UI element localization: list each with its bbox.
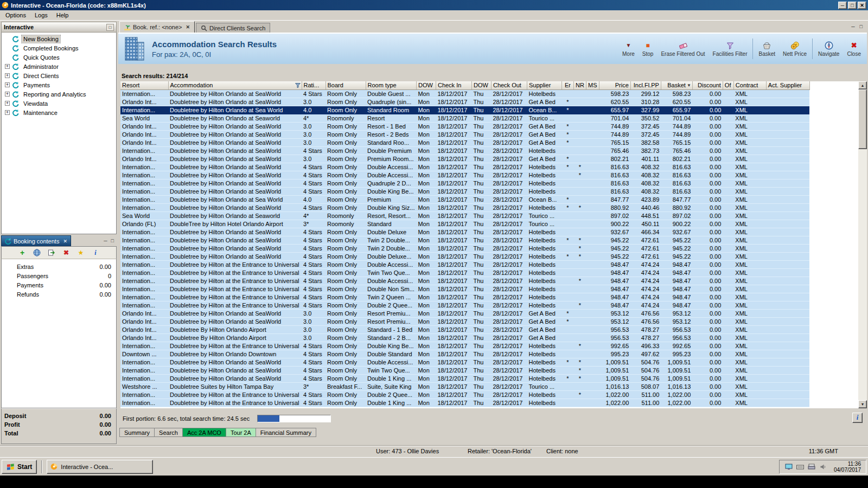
column-header-resort[interactable]: Resort [120, 81, 168, 89]
view-tab-acc-2a-mco[interactable]: Acc 2A MCO [182, 428, 226, 437]
column-header-rati[interactable]: Rati... [302, 81, 326, 89]
column-header-ms[interactable]: MS [586, 81, 599, 89]
table-row[interactable]: Internation...Doubletree by Hilton Orlan… [120, 187, 809, 195]
sidebar-item-direct-clients[interactable]: +Direct Clients [2, 71, 116, 80]
table-row[interactable]: Internation...Doubletree by Hilton at th… [120, 301, 809, 309]
star-icon[interactable]: ★ [76, 248, 85, 257]
taskbar-app-button[interactable]: Interactive - Ocea... [47, 460, 153, 474]
expand-icon[interactable]: + [5, 64, 10, 69]
booking-contents-tab[interactable]: Booking contents ✕ [1, 235, 71, 246]
sidebar-item-reporting-and-analytics[interactable]: +Reporting and Analytics [2, 89, 116, 99]
column-header-supplier[interactable]: Supplier [527, 81, 561, 89]
table-row[interactable]: Internation...Doubletree by Hilton Orlan… [120, 171, 809, 179]
column-header-nr[interactable]: NR [573, 81, 586, 89]
table-row[interactable]: Internation...Doubletree by Hilton at th… [120, 399, 809, 407]
column-header-check-out[interactable]: Check Out [491, 81, 527, 89]
column-header-room-type[interactable]: Room type [366, 81, 416, 89]
expand-icon[interactable]: + [5, 82, 10, 87]
add-icon[interactable]: + [18, 248, 27, 257]
globe-icon[interactable] [33, 248, 41, 257]
view-tab-financial-summary[interactable]: Financial Summary [256, 428, 316, 437]
scrollbar-thumb[interactable] [858, 89, 867, 149]
menu-options[interactable]: Options [1, 11, 30, 20]
minimize-document-icon[interactable]: ─ [851, 24, 854, 29]
print-icon[interactable] [807, 463, 816, 471]
table-row[interactable]: Internation...Doubletree by Hilton Orlan… [120, 366, 809, 374]
table-row[interactable]: Internation...Doubletree by Hilton Orlan… [120, 252, 809, 260]
booking-item-passengers[interactable]: Passengers0 [2, 271, 116, 280]
close-button[interactable]: ✖Close [843, 35, 865, 63]
column-filter-icon[interactable] [295, 83, 301, 88]
table-row[interactable]: Orlando Int...Doubletree by Hilton Orlan… [120, 130, 809, 138]
table-row[interactable]: Internation...Doubletree by Hilton at th… [120, 268, 809, 277]
table-row[interactable]: Internation...Doubletree by Hilton Orlan… [120, 146, 809, 155]
scroll-down-icon[interactable]: ▼ [858, 400, 867, 408]
table-row[interactable]: Internation...Doubletree by Hilton Orlan… [120, 374, 809, 382]
table-row[interactable]: Orlando Int...Doubletree by Hilton Orlan… [120, 122, 809, 130]
expand-icon[interactable]: + [5, 110, 10, 115]
keyboard-icon[interactable] [796, 463, 805, 471]
table-row[interactable]: Internation...Doubletree by Hilton Orlan… [120, 203, 809, 211]
erase-filtered-out-button[interactable]: Erase Filtered Out [657, 35, 709, 63]
table-row[interactable]: Orlando Int...Doubletree By Hilton Orlan… [120, 333, 809, 342]
menu-help[interactable]: Help [52, 11, 73, 20]
column-header-check-in[interactable]: Check In [436, 81, 471, 89]
table-row[interactable]: Internation...Doubletree by Hilton at th… [120, 277, 809, 285]
minimize-panel-icon[interactable]: ─ [104, 238, 107, 243]
table-row[interactable]: Internation...Doubletree by Hilton Orlan… [120, 89, 809, 98]
table-row[interactable]: Orlando Int...Doubletree by Hilton Orlan… [120, 309, 809, 317]
table-row[interactable]: Internation...Doubletree by Hilton Orlan… [120, 358, 809, 366]
import-icon[interactable] [47, 248, 56, 257]
expand-icon[interactable]: + [5, 101, 10, 106]
booking-item-extras[interactable]: Extras0.00 [2, 262, 116, 271]
restore-panel-icon[interactable]: □ [111, 238, 114, 243]
table-row[interactable]: Internation...Doubletree by Hilton Orlan… [120, 228, 809, 236]
sidebar-item-quick-quotes[interactable]: Quick Quotes [2, 53, 116, 62]
facilities-filter-button[interactable]: Facilities Filter [709, 35, 751, 63]
column-header-discount[interactable]: Discount [692, 81, 723, 89]
minimize-icon[interactable]: ─ [838, 2, 847, 9]
info-icon[interactable]: i [91, 248, 100, 257]
table-row[interactable]: Internation...Doubletree by Hilton Orlan… [120, 106, 809, 114]
column-header-basket[interactable]: Basket▼ [661, 81, 692, 89]
column-header-contract[interactable]: Contract [733, 81, 766, 89]
table-row[interactable]: Internation...Doubletree by Hilton at th… [120, 390, 809, 399]
tab-direct-clients-search[interactable]: Direct Clients Search [196, 23, 270, 33]
sidebar-item-administrator[interactable]: +Administrator [2, 62, 116, 71]
info-button[interactable]: i [852, 413, 863, 423]
table-row[interactable]: Orlando (FL)DoubleTree by Hilton Hotel O… [120, 220, 809, 228]
table-row[interactable]: Internation...Doubletree by Hilton Orlan… [120, 236, 809, 244]
sidebar-item-new-booking[interactable]: New Booking [2, 34, 116, 43]
table-row[interactable]: Orlando Int...Doubletree by Hilton Orlan… [120, 317, 809, 325]
sidebar-item-maintenance[interactable]: +Maintenance [2, 108, 116, 117]
tab-close-icon[interactable]: ✕ [186, 24, 190, 30]
menu-logs[interactable]: Logs [30, 11, 52, 20]
maximize-icon[interactable]: □ [848, 2, 857, 9]
column-header-act-supplier[interactable]: Act. Supplier [766, 81, 809, 89]
table-row[interactable]: Internation...Doubletree by Hilton Orlan… [120, 244, 809, 252]
table-row[interactable]: Orlando Int...Doubletree by Hilton Orlan… [120, 98, 809, 106]
column-header-dow[interactable]: DOW [471, 81, 491, 89]
close-icon[interactable]: ✕ [858, 2, 866, 9]
table-row[interactable]: Orlando Int...Doubletree by Hilton Orlan… [120, 155, 809, 163]
nett-price-button[interactable]: Nett Price [779, 35, 810, 63]
sidebar-item-viewdata[interactable]: +Viewdata [2, 99, 116, 108]
column-header-accommodation[interactable]: Accommodation [168, 81, 302, 89]
scroll-up-icon[interactable]: ▲ [858, 81, 867, 89]
booking-item-payments[interactable]: Payments0.00 [2, 280, 116, 290]
expand-icon[interactable]: + [5, 73, 10, 78]
column-header-er[interactable]: Er [561, 81, 573, 89]
delete-icon[interactable]: ✖ [62, 248, 71, 257]
close-panel-icon[interactable]: ✕ [63, 239, 67, 244]
table-row[interactable]: Sea WorldDoubletree by Hilton Orlando at… [120, 114, 809, 122]
display-icon[interactable] [784, 463, 793, 471]
stop-button[interactable]: ■Stop [639, 35, 658, 63]
view-tab-summary[interactable]: Summary [119, 428, 155, 437]
booking-item-refunds[interactable]: Refunds0.00 [2, 290, 116, 299]
table-row[interactable]: Internation...Doubletree by Hilton Orlan… [120, 179, 809, 187]
basket-button[interactable]: Basket [755, 35, 779, 63]
navigate-button[interactable]: Navigate [814, 35, 843, 63]
table-row[interactable]: Sea WorldDoubletree by Hilton Orlando at… [120, 211, 809, 220]
volume-icon[interactable] [819, 463, 827, 471]
tab-book-ref-none[interactable]: Book. ref.: <none>✕ [119, 21, 195, 33]
